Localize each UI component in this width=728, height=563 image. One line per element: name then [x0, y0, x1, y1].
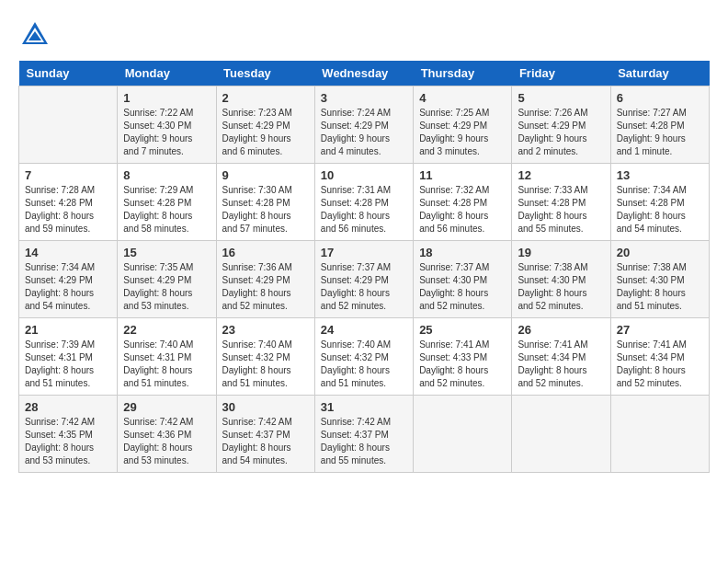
day-number: 5 [518, 91, 604, 105]
calendar-header: SundayMondayTuesdayWednesdayThursdayFrid… [19, 61, 710, 86]
calendar-cell [19, 86, 118, 164]
day-number: 7 [25, 168, 111, 182]
day-info: Sunrise: 7:42 AMSunset: 4:37 PMDaylight:… [222, 416, 309, 467]
calendar-cell: 5Sunrise: 7:26 AMSunset: 4:29 PMDaylight… [512, 86, 610, 164]
day-number: 18 [419, 246, 506, 259]
day-info: Sunrise: 7:40 AMSunset: 4:31 PMDaylight:… [123, 339, 210, 390]
calendar-cell: 7Sunrise: 7:28 AMSunset: 4:28 PMDaylight… [19, 164, 118, 241]
column-header-saturday: Saturday [610, 61, 709, 86]
day-info: Sunrise: 7:34 AMSunset: 4:29 PMDaylight:… [25, 261, 111, 313]
day-number: 20 [617, 246, 703, 259]
calendar-cell [610, 396, 709, 473]
calendar-cell [512, 396, 610, 473]
week-row: 14Sunrise: 7:34 AMSunset: 4:29 PMDayligh… [19, 241, 710, 318]
day-info: Sunrise: 7:38 AMSunset: 4:30 PMDaylight:… [518, 261, 604, 313]
day-info: Sunrise: 7:40 AMSunset: 4:32 PMDaylight:… [222, 339, 309, 390]
calendar-cell: 11Sunrise: 7:32 AMSunset: 4:28 PMDayligh… [414, 164, 512, 241]
day-info: Sunrise: 7:38 AMSunset: 4:30 PMDaylight:… [617, 261, 703, 313]
day-info: Sunrise: 7:31 AMSunset: 4:28 PMDaylight:… [321, 184, 407, 236]
day-number: 10 [321, 168, 407, 182]
day-info: Sunrise: 7:27 AMSunset: 4:28 PMDaylight:… [617, 107, 703, 158]
day-number: 23 [222, 323, 309, 337]
calendar-table: SundayMondayTuesdayWednesdayThursdayFrid… [18, 61, 710, 473]
day-number: 8 [123, 168, 210, 182]
calendar-cell: 3Sunrise: 7:24 AMSunset: 4:29 PMDaylight… [314, 86, 413, 164]
calendar-cell [414, 396, 512, 473]
week-row: 28Sunrise: 7:42 AMSunset: 4:35 PMDayligh… [19, 396, 710, 473]
day-number: 27 [617, 323, 703, 337]
day-number: 4 [419, 91, 506, 105]
calendar-cell: 29Sunrise: 7:42 AMSunset: 4:36 PMDayligh… [118, 396, 216, 473]
calendar-cell: 4Sunrise: 7:25 AMSunset: 4:29 PMDaylight… [414, 86, 512, 164]
calendar-cell: 10Sunrise: 7:31 AMSunset: 4:28 PMDayligh… [314, 164, 413, 241]
day-number: 22 [123, 323, 210, 337]
day-number: 29 [123, 400, 210, 414]
day-info: Sunrise: 7:42 AMSunset: 4:37 PMDaylight:… [321, 416, 407, 467]
week-row: 7Sunrise: 7:28 AMSunset: 4:28 PMDaylight… [19, 164, 710, 241]
day-number: 21 [25, 323, 111, 337]
day-number: 6 [617, 91, 703, 105]
calendar-cell: 21Sunrise: 7:39 AMSunset: 4:31 PMDayligh… [19, 318, 118, 396]
calendar-cell: 30Sunrise: 7:42 AMSunset: 4:37 PMDayligh… [216, 396, 314, 473]
calendar-cell: 26Sunrise: 7:41 AMSunset: 4:34 PMDayligh… [512, 318, 610, 396]
day-number: 26 [518, 323, 604, 337]
day-info: Sunrise: 7:28 AMSunset: 4:28 PMDaylight:… [25, 184, 111, 236]
day-info: Sunrise: 7:29 AMSunset: 4:28 PMDaylight:… [123, 184, 210, 236]
day-number: 19 [518, 246, 604, 259]
calendar-cell: 14Sunrise: 7:34 AMSunset: 4:29 PMDayligh… [19, 241, 118, 318]
week-row: 1Sunrise: 7:22 AMSunset: 4:30 PMDaylight… [19, 86, 710, 164]
column-header-sunday: Sunday [19, 61, 118, 86]
day-info: Sunrise: 7:26 AMSunset: 4:29 PMDaylight:… [518, 107, 604, 158]
column-header-friday: Friday [512, 61, 610, 86]
day-info: Sunrise: 7:36 AMSunset: 4:29 PMDaylight:… [222, 261, 309, 313]
day-info: Sunrise: 7:41 AMSunset: 4:34 PMDaylight:… [518, 339, 604, 390]
day-number: 12 [518, 168, 604, 182]
calendar-cell: 9Sunrise: 7:30 AMSunset: 4:28 PMDaylight… [216, 164, 314, 241]
calendar-cell: 22Sunrise: 7:40 AMSunset: 4:31 PMDayligh… [118, 318, 216, 396]
week-row: 21Sunrise: 7:39 AMSunset: 4:31 PMDayligh… [19, 318, 710, 396]
column-header-tuesday: Tuesday [216, 61, 314, 86]
day-number: 9 [222, 168, 309, 182]
calendar-cell: 19Sunrise: 7:38 AMSunset: 4:30 PMDayligh… [512, 241, 610, 318]
calendar-cell: 28Sunrise: 7:42 AMSunset: 4:35 PMDayligh… [19, 396, 118, 473]
day-number: 14 [25, 246, 111, 259]
calendar-cell: 23Sunrise: 7:40 AMSunset: 4:32 PMDayligh… [216, 318, 314, 396]
calendar-cell: 1Sunrise: 7:22 AMSunset: 4:30 PMDaylight… [118, 86, 216, 164]
calendar-cell: 27Sunrise: 7:41 AMSunset: 4:34 PMDayligh… [610, 318, 709, 396]
calendar-cell: 13Sunrise: 7:34 AMSunset: 4:28 PMDayligh… [610, 164, 709, 241]
page-header [18, 18, 710, 52]
calendar-cell: 12Sunrise: 7:33 AMSunset: 4:28 PMDayligh… [512, 164, 610, 241]
day-info: Sunrise: 7:35 AMSunset: 4:29 PMDaylight:… [123, 261, 210, 313]
day-info: Sunrise: 7:42 AMSunset: 4:35 PMDaylight:… [25, 416, 111, 467]
calendar-cell: 8Sunrise: 7:29 AMSunset: 4:28 PMDaylight… [118, 164, 216, 241]
day-number: 24 [321, 323, 407, 337]
calendar-cell: 17Sunrise: 7:37 AMSunset: 4:29 PMDayligh… [314, 241, 413, 318]
day-info: Sunrise: 7:41 AMSunset: 4:34 PMDaylight:… [617, 339, 703, 390]
day-info: Sunrise: 7:30 AMSunset: 4:28 PMDaylight:… [222, 184, 309, 236]
day-number: 28 [25, 400, 111, 414]
day-number: 11 [419, 168, 506, 182]
calendar-cell: 20Sunrise: 7:38 AMSunset: 4:30 PMDayligh… [610, 241, 709, 318]
day-number: 31 [321, 400, 407, 414]
day-info: Sunrise: 7:40 AMSunset: 4:32 PMDaylight:… [321, 339, 407, 390]
day-info: Sunrise: 7:23 AMSunset: 4:29 PMDaylight:… [222, 107, 309, 158]
logo [18, 18, 57, 52]
day-info: Sunrise: 7:37 AMSunset: 4:29 PMDaylight:… [321, 261, 407, 313]
day-number: 13 [617, 168, 703, 182]
column-header-thursday: Thursday [414, 61, 512, 86]
column-header-monday: Monday [118, 61, 216, 86]
calendar-body: 1Sunrise: 7:22 AMSunset: 4:30 PMDaylight… [19, 86, 710, 473]
calendar-cell: 31Sunrise: 7:42 AMSunset: 4:37 PMDayligh… [314, 396, 413, 473]
column-header-wednesday: Wednesday [314, 61, 413, 86]
day-info: Sunrise: 7:32 AMSunset: 4:28 PMDaylight:… [419, 184, 506, 236]
day-number: 3 [321, 91, 407, 105]
day-number: 15 [123, 246, 210, 259]
day-info: Sunrise: 7:25 AMSunset: 4:29 PMDaylight:… [419, 107, 506, 158]
calendar-cell: 15Sunrise: 7:35 AMSunset: 4:29 PMDayligh… [118, 241, 216, 318]
day-info: Sunrise: 7:39 AMSunset: 4:31 PMDaylight:… [25, 339, 111, 390]
day-info: Sunrise: 7:33 AMSunset: 4:28 PMDaylight:… [518, 184, 604, 236]
logo-icon [18, 18, 51, 52]
day-number: 30 [222, 400, 309, 414]
calendar-cell: 25Sunrise: 7:41 AMSunset: 4:33 PMDayligh… [414, 318, 512, 396]
calendar-cell: 6Sunrise: 7:27 AMSunset: 4:28 PMDaylight… [610, 86, 709, 164]
